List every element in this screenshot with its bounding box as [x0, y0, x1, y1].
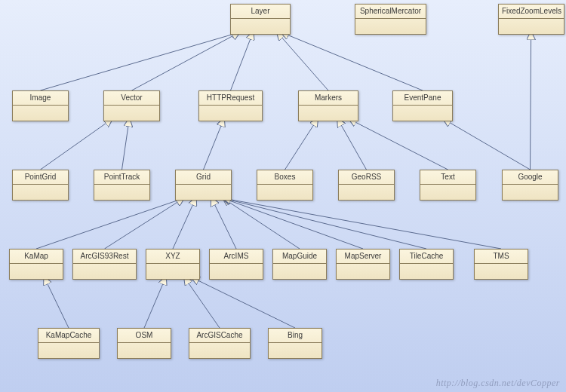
- class-ArcGISCache: ArcGISCache: [189, 328, 251, 359]
- class-XYZ: XYZ: [146, 249, 200, 280]
- class-ArcGIS93Rest: ArcGIS93Rest: [72, 249, 137, 280]
- class-title: OSM: [118, 329, 171, 343]
- inherit-edge: [45, 277, 69, 328]
- class-EventPane: EventPane: [392, 90, 453, 121]
- class-body: [10, 264, 63, 279]
- inherit-edge: [223, 198, 501, 249]
- class-body: [176, 185, 231, 200]
- class-HTTPRequest: HTTPRequest: [198, 90, 263, 121]
- inherit-edge: [285, 119, 318, 170]
- class-body: [393, 106, 452, 121]
- class-KaMap: KaMap: [9, 249, 63, 280]
- class-Boxes: Boxes: [257, 170, 313, 201]
- inherit-edge: [338, 119, 367, 170]
- class-body: [257, 185, 312, 200]
- class-Vector: Vector: [103, 90, 160, 121]
- inherit-edge: [444, 119, 531, 170]
- inherit-edge: [231, 32, 254, 90]
- inherit-edge: [349, 119, 448, 170]
- class-Text: Text: [420, 170, 476, 201]
- class-title: SphericalMercator: [355, 5, 426, 19]
- class-title: Boxes: [257, 170, 312, 185]
- class-FixedZoomLevels: FixedZoomLevels: [498, 4, 564, 35]
- inherit-edge: [204, 119, 224, 170]
- class-title: GeoRSS: [339, 170, 394, 185]
- class-title: XYZ: [146, 250, 199, 264]
- class-body: [420, 185, 475, 200]
- class-body: [355, 19, 426, 34]
- inherit-edge: [36, 198, 183, 249]
- class-body: [189, 343, 250, 358]
- class-body: [339, 185, 394, 200]
- class-title: Vector: [104, 91, 159, 106]
- inherit-edge: [105, 198, 184, 249]
- class-Google: Google: [502, 170, 558, 201]
- diagram-canvas: { "watermark": "http://blog.csdn.net/dev…: [0, 0, 566, 392]
- class-ArcIMS: ArcIMS: [209, 249, 263, 280]
- inherit-edge: [223, 198, 363, 249]
- class-GeoRSS: GeoRSS: [338, 170, 395, 201]
- class-title: Image: [13, 91, 68, 106]
- class-KaMapCache: KaMapCache: [38, 328, 100, 359]
- class-title: TMS: [475, 250, 528, 264]
- class-body: [273, 264, 326, 279]
- class-title: Layer: [231, 5, 290, 19]
- inherit-edge: [192, 277, 295, 328]
- class-body: [94, 185, 149, 200]
- class-body: [146, 264, 199, 279]
- class-MapGuide: MapGuide: [272, 249, 327, 280]
- inherit-edge: [132, 32, 240, 90]
- class-title: FixedZoomLevels: [499, 5, 564, 19]
- class-body: [499, 19, 564, 34]
- class-body: [210, 264, 263, 279]
- class-MapServer: MapServer: [336, 249, 390, 280]
- inherit-edge: [122, 119, 130, 170]
- class-title: KaMapCache: [38, 329, 99, 343]
- class-title: MapServer: [337, 250, 389, 264]
- inherit-edge: [144, 277, 166, 328]
- class-Bing: Bing: [268, 328, 322, 359]
- class-body: [231, 19, 290, 34]
- inherit-edge: [173, 198, 195, 249]
- inherit-edge: [223, 198, 426, 249]
- inherit-edge: [281, 32, 423, 90]
- class-body: [199, 106, 262, 121]
- class-Image: Image: [12, 90, 69, 121]
- class-body: [73, 264, 136, 279]
- watermark: http://blog.csdn.net/devCopper: [436, 378, 560, 389]
- class-body: [337, 264, 389, 279]
- class-body: [104, 106, 159, 121]
- inherit-edge: [278, 32, 329, 90]
- class-title: Grid: [176, 170, 231, 185]
- class-PointGrid: PointGrid: [12, 170, 69, 201]
- inherit-edge: [41, 32, 240, 90]
- class-title: Google: [503, 170, 558, 185]
- class-Layer: Layer: [230, 4, 291, 35]
- class-body: [118, 343, 171, 358]
- class-title: ArcIMS: [210, 250, 263, 264]
- class-Markers: Markers: [298, 90, 358, 121]
- class-title: TileCache: [400, 250, 453, 264]
- class-body: [13, 185, 68, 200]
- class-body: [38, 343, 99, 358]
- class-title: ArcGISCache: [189, 329, 250, 343]
- class-body: [503, 185, 558, 200]
- class-title: PointGrid: [13, 170, 68, 185]
- class-body: [299, 106, 358, 121]
- class-OSM: OSM: [117, 328, 171, 359]
- class-title: Bing: [269, 329, 321, 343]
- class-title: KaMap: [10, 250, 63, 264]
- class-title: HTTPRequest: [199, 91, 262, 106]
- class-body: [269, 343, 321, 358]
- class-TMS: TMS: [474, 249, 528, 280]
- class-body: [13, 106, 68, 121]
- class-title: Text: [420, 170, 475, 185]
- inherit-edge: [531, 32, 531, 170]
- class-PointTrack: PointTrack: [94, 170, 150, 201]
- class-title: EventPane: [393, 91, 452, 106]
- class-SphericalMercator: SphericalMercator: [355, 4, 426, 35]
- class-title: PointTrack: [94, 170, 149, 185]
- class-body: [475, 264, 528, 279]
- inherit-edge: [185, 277, 220, 328]
- inherit-edge: [211, 198, 236, 249]
